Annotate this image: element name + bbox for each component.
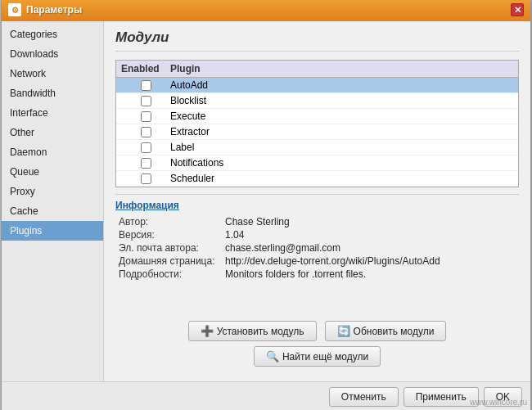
sidebar-item-downloads[interactable]: Downloads <box>2 44 103 64</box>
info-value: chase.sterling@gmail.com <box>222 241 519 255</box>
info-label: Подробности: <box>115 268 222 281</box>
main-panel: Модули Enabled Plugin AutoAddBlocklistEx… <box>104 21 530 381</box>
app-icon: ⚙ <box>8 3 21 16</box>
info-table: Автор:Chase SterlingВерсия:1.04Эл. почта… <box>115 215 519 281</box>
sidebar-item-interface[interactable]: Interface <box>2 103 103 123</box>
col-header-plugin: Plugin <box>170 63 513 74</box>
plugin-checkbox-col <box>121 158 170 169</box>
sidebar-item-daemon[interactable]: Daemon <box>2 142 103 162</box>
plugin-checkbox-col <box>121 111 170 122</box>
plugin-name: Extractor <box>170 126 513 137</box>
page-title: Модули <box>115 29 519 52</box>
table-row[interactable]: Blocklist <box>116 93 518 109</box>
plugin-checkbox[interactable] <box>141 127 151 137</box>
plugin-checkbox[interactable] <box>141 173 151 184</box>
info-row: Версия:1.04 <box>115 228 519 241</box>
info-label: Автор: <box>115 215 222 228</box>
plugin-checkbox-col <box>121 173 170 184</box>
plugin-checkbox[interactable] <box>141 158 151 169</box>
plugin-checkbox[interactable] <box>141 80 151 91</box>
apply-button[interactable]: Применить <box>404 387 479 407</box>
info-value: http://dev.deluge-torrent.org/wiki/Plugi… <box>222 255 519 268</box>
plugin-checkbox-col <box>121 80 170 91</box>
sidebar-item-cache[interactable]: Cache <box>2 201 103 221</box>
titlebar: ⚙ Параметры ✕ <box>2 0 530 21</box>
table-row[interactable]: Notifications <box>116 155 518 171</box>
plugin-checkbox[interactable] <box>141 96 151 106</box>
update-icon: 🔄 <box>337 325 350 337</box>
find-modules-button[interactable]: 🔍 Найти ещё модули <box>254 346 381 367</box>
settings-window: ⚙ Параметры ✕ CategoriesDownloadsNetwork… <box>1 0 531 410</box>
watermark: www.wincore.ru <box>470 398 527 407</box>
sidebar-item-other[interactable]: Other <box>2 123 103 142</box>
info-value: Monitors folders for .torrent files. <box>222 268 519 281</box>
install-module-button[interactable]: ➕ Установить модуль <box>188 321 317 341</box>
info-section: Информация Автор:Chase SterlingВерсия:1.… <box>115 194 519 281</box>
sidebar-item-plugins[interactable]: Plugins <box>2 221 103 241</box>
plugin-list: AutoAddBlocklistExecuteExtractorLabelNot… <box>116 78 518 187</box>
info-row: Автор:Chase Sterling <box>115 215 519 228</box>
action-buttons-row2: 🔍 Найти ещё модули <box>115 346 519 367</box>
plugin-name: Scheduler <box>170 173 513 184</box>
info-row: Эл. почта автора:chase.sterling@gmail.co… <box>115 241 519 255</box>
plugin-name: Notifications <box>170 157 513 169</box>
update-label: Обновить модули <box>354 326 435 337</box>
sidebar-item-queue[interactable]: Queue <box>2 162 103 182</box>
table-row[interactable]: Label <box>116 140 518 155</box>
table-row[interactable]: Extractor <box>116 124 518 140</box>
cancel-button[interactable]: Отменить <box>329 387 399 407</box>
table-header: Enabled Plugin <box>116 61 518 78</box>
info-row: Подробности:Monitors folders for .torren… <box>115 268 519 281</box>
titlebar-title: Параметры <box>26 4 82 16</box>
sidebar-item-bandwidth[interactable]: Bandwidth <box>2 83 103 103</box>
find-icon: 🔍 <box>266 350 279 363</box>
info-value: 1.04 <box>222 228 519 241</box>
plugin-checkbox[interactable] <box>141 111 151 122</box>
plugin-checkbox-col <box>121 96 170 106</box>
table-row[interactable]: Scheduler <box>116 171 518 187</box>
apply-label: Применить <box>416 391 467 403</box>
update-modules-button[interactable]: 🔄 Обновить модули <box>325 321 447 341</box>
bottom-bar: Отменить Применить OK <box>2 381 530 410</box>
plugin-checkbox[interactable] <box>141 142 151 153</box>
sidebar-item-categories[interactable]: Categories <box>2 25 103 44</box>
titlebar-left: ⚙ Параметры <box>8 3 82 16</box>
table-row[interactable]: Execute <box>116 109 518 124</box>
plugin-name: Blocklist <box>170 95 513 106</box>
close-button[interactable]: ✕ <box>511 3 524 16</box>
content-area: CategoriesDownloadsNetworkBandwidthInter… <box>2 21 530 381</box>
sidebar-item-network[interactable]: Network <box>2 64 103 83</box>
action-buttons-row1: ➕ Установить модуль 🔄 Обновить модули <box>115 321 519 341</box>
col-header-enabled: Enabled <box>121 63 170 74</box>
install-label: Установить модуль <box>217 326 304 337</box>
sidebar-item-proxy[interactable]: Proxy <box>2 182 103 201</box>
table-row[interactable]: AutoAdd <box>116 78 518 93</box>
info-value: Chase Sterling <box>222 215 519 228</box>
plugin-name: AutoAdd <box>170 79 513 91</box>
plugin-checkbox-col <box>121 142 170 153</box>
cancel-label: Отменить <box>341 391 386 403</box>
find-label: Найти ещё модули <box>282 351 368 363</box>
info-label: Эл. почта автора: <box>115 241 222 255</box>
info-title: Информация <box>115 200 519 211</box>
info-label: Домашняя страница: <box>115 255 222 268</box>
info-label: Версия: <box>115 228 222 241</box>
sidebar: CategoriesDownloadsNetworkBandwidthInter… <box>2 21 104 381</box>
plugin-name: Execute <box>170 110 513 122</box>
plugin-name: Label <box>170 142 513 153</box>
install-icon: ➕ <box>201 325 214 337</box>
info-row: Домашняя страница:http://dev.deluge-torr… <box>115 255 519 268</box>
plugin-table: Enabled Plugin AutoAddBlocklistExecuteEx… <box>115 60 519 187</box>
plugin-checkbox-col <box>121 127 170 137</box>
